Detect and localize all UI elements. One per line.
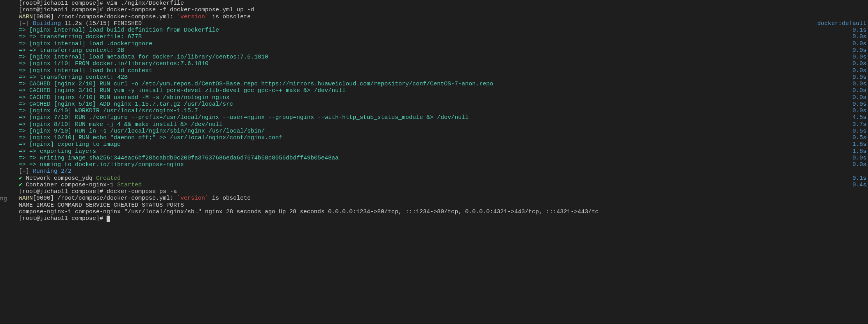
terminal-line: => => naming to docker.io/library/compos… bbox=[19, 161, 868, 168]
line-left: WARN[0000] /root/compose/docker-compose.… bbox=[19, 195, 251, 202]
text-segment: 11.2s (15/15) FINISHED bbox=[64, 20, 142, 27]
line-timing: 0.0s bbox=[852, 108, 868, 114]
line-left: [+] Running 2/2 bbox=[19, 168, 71, 175]
line-timing: 0.0s bbox=[852, 161, 868, 168]
text-segment: => exporting layers bbox=[29, 148, 96, 155]
line-left: compose-nginx-1 compose-nginx "/usr/loca… bbox=[19, 209, 599, 215]
text-segment: => bbox=[19, 87, 29, 94]
terminal-line: => => transferring dockerfile: 677B0.0s bbox=[19, 34, 868, 40]
line-left: => => transferring context: 42B bbox=[19, 74, 128, 81]
text-segment: CACHED [nginx 2/10] RUN curl -o /etc/yum… bbox=[29, 81, 493, 87]
terminal-line: => [nginx] exporting to image1.8s bbox=[19, 141, 868, 148]
line-left: => [nginx 9/10] RUN ln -s /usr/local/ngi… bbox=[19, 128, 265, 135]
line-left: [+] Building 11.2s (15/15) FINISHED bbox=[19, 20, 142, 27]
text-segment: => bbox=[19, 60, 29, 67]
text-segment: => bbox=[19, 128, 29, 135]
text-segment: => transferring dockerfile: 677B bbox=[29, 34, 142, 40]
text-segment: => bbox=[19, 101, 29, 108]
line-left: => [nginx internal] load .dockerignore bbox=[19, 41, 152, 47]
terminal-line: WARN[0000] /root/compose/docker-compose.… bbox=[19, 14, 868, 20]
line-timing: 0.0s bbox=[852, 54, 868, 60]
text-segment: => bbox=[19, 108, 29, 114]
line-timing: 0.1s bbox=[852, 175, 868, 182]
line-left: [root@jichao11 compose]# bbox=[19, 215, 110, 222]
line-timing: 1.8s bbox=[852, 148, 868, 155]
line-timing: 0.0s bbox=[852, 41, 868, 47]
text-segment: CACHED [nginx 3/10] RUN yum -y install p… bbox=[29, 87, 346, 94]
text-segment: => bbox=[19, 27, 29, 34]
text-segment: [nginx internal] load build context bbox=[29, 67, 152, 74]
text-segment: => transferring context: 42B bbox=[29, 74, 128, 81]
line-left: => => exporting layers bbox=[19, 148, 96, 155]
terminal-line: ✔ Network compose_ydq Created0.1s bbox=[19, 175, 868, 182]
text-segment: CACHED [nginx 4/10] RUN useradd -M -s /s… bbox=[29, 94, 230, 101]
line-timing: 3.7s bbox=[852, 121, 868, 128]
terminal-output[interactable]: ng [root@jichao11 compose]# vim ./nginx/… bbox=[0, 0, 868, 222]
line-timing: 4.5s bbox=[852, 114, 868, 121]
terminal-line: NAME IMAGE COMMAND SERVICE CREATED STATU… bbox=[19, 202, 868, 209]
line-left: => => writing image sha256:344eac6bf28bc… bbox=[19, 155, 339, 161]
line-timing: 0.0s bbox=[852, 155, 868, 161]
text-segment: vim ./nginx/Dockerfile bbox=[107, 0, 184, 7]
line-timing: 0.5s bbox=[852, 128, 868, 135]
cursor bbox=[107, 216, 110, 222]
line-left: => [nginx 1/10] FROM docker.io/library/c… bbox=[19, 60, 209, 67]
terminal-line: ✔ Container compose-nginx-1 Started0.4s bbox=[19, 182, 868, 188]
terminal-line: => => transferring context: 42B0.0s bbox=[19, 74, 868, 81]
text-segment: Running 2/2 bbox=[33, 168, 71, 175]
text-segment: => bbox=[19, 34, 29, 40]
terminal-line: => CACHED [nginx 2/10] RUN curl -o /etc/… bbox=[19, 81, 868, 87]
line-left: NAME IMAGE COMMAND SERVICE CREATED STATU… bbox=[19, 202, 184, 209]
text-segment: `version` bbox=[177, 14, 209, 20]
terminal-line: => [nginx internal] load build definitio… bbox=[19, 27, 868, 34]
text-segment: [root@jichao11 compose]# bbox=[19, 188, 107, 195]
text-segment: => bbox=[19, 67, 29, 74]
line-timing: 0.0s bbox=[852, 67, 868, 74]
line-timing: 0.5s bbox=[852, 135, 868, 141]
terminal-line: => CACHED [nginx 3/10] RUN yum -y instal… bbox=[19, 87, 868, 94]
text-segment: => bbox=[19, 94, 29, 101]
text-segment: [0000] /root/compose/docker-compose.yml: bbox=[33, 14, 177, 20]
line-left: ✔ Container compose-nginx-1 Started bbox=[19, 182, 142, 188]
line-left: [root@jichao11 compose]# vim ./nginx/Doc… bbox=[19, 0, 184, 7]
text-segment: [nginx internal] load metadata for docke… bbox=[29, 54, 268, 60]
terminal-line: => => writing image sha256:344eac6bf28bc… bbox=[19, 155, 868, 161]
text-segment: Container compose-nginx-1 bbox=[26, 182, 117, 188]
text-segment: => bbox=[19, 161, 29, 168]
text-segment: [nginx 6/10] WORKDIR /usr/local/src/ngin… bbox=[29, 108, 198, 114]
line-left: => CACHED [nginx 3/10] RUN yum -y instal… bbox=[19, 87, 346, 94]
text-segment: ✔ bbox=[19, 175, 26, 182]
sidebar-fragment: ng bbox=[0, 196, 7, 202]
line-left: WARN[0000] /root/compose/docker-compose.… bbox=[19, 14, 251, 20]
text-segment: [root@jichao11 compose]# bbox=[19, 0, 107, 7]
text-segment: WARN bbox=[19, 195, 33, 202]
terminal-line: => [nginx internal] load metadata for do… bbox=[19, 54, 868, 60]
line-left: => [nginx 7/10] RUN ./configure --prefix… bbox=[19, 114, 469, 121]
terminal-line: [root@jichao11 compose]# docker-compose … bbox=[19, 7, 868, 13]
terminal-line: compose-nginx-1 compose-nginx "/usr/loca… bbox=[19, 209, 868, 215]
line-timing: 1.8s bbox=[852, 141, 868, 148]
line-left: => [nginx 6/10] WORKDIR /usr/local/src/n… bbox=[19, 108, 198, 114]
terminal-line: WARN[0000] /root/compose/docker-compose.… bbox=[19, 195, 868, 202]
text-segment: => transferring context: 2B bbox=[29, 47, 124, 54]
line-left: ✔ Network compose_ydq Created bbox=[19, 175, 121, 182]
line-timing: 0.0s bbox=[852, 101, 868, 108]
text-segment: Network compose_ydq bbox=[26, 175, 96, 182]
text-segment: => bbox=[19, 121, 29, 128]
terminal-line: => [nginx 1/10] FROM docker.io/library/c… bbox=[19, 60, 868, 67]
text-segment: => bbox=[19, 74, 29, 81]
text-segment: [root@jichao11 compose]# bbox=[19, 7, 107, 13]
terminal-line: [root@jichao11 compose]# vim ./nginx/Doc… bbox=[19, 0, 868, 7]
terminal-line: => [nginx 6/10] WORKDIR /usr/local/src/n… bbox=[19, 108, 868, 114]
line-left: => => naming to docker.io/library/compos… bbox=[19, 161, 184, 168]
text-segment: CACHED [nginx 5/10] ADD nginx-1.15.7.tar… bbox=[29, 101, 233, 108]
text-segment: => bbox=[19, 155, 29, 161]
terminal-line: => [nginx internal] load build context0.… bbox=[19, 67, 868, 74]
line-left: => [nginx internal] load build definitio… bbox=[19, 27, 219, 34]
line-left: => [nginx 8/10] RUN make -j 4 && make in… bbox=[19, 121, 223, 128]
text-segment: => bbox=[19, 114, 29, 121]
text-segment: [nginx 9/10] RUN ln -s /usr/local/nginx/… bbox=[29, 128, 265, 135]
terminal-line: => [nginx internal] load .dockerignore0.… bbox=[19, 41, 868, 47]
text-segment: [nginx internal] load .dockerignore bbox=[29, 41, 152, 47]
text-segment: is obsolete bbox=[209, 195, 251, 202]
